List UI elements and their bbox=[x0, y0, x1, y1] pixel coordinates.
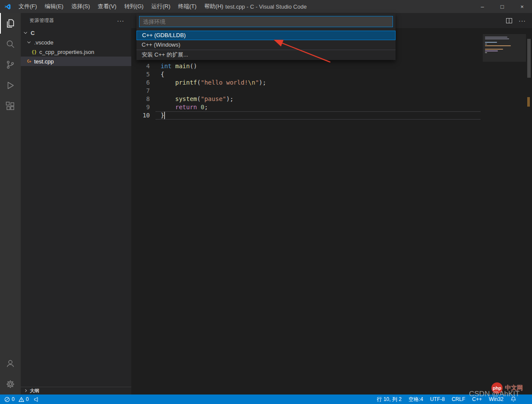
error-count: 0 bbox=[12, 396, 15, 402]
code-line[interactable]: 10} bbox=[131, 111, 483, 120]
quick-pick-item-gdb-lldb[interactable]: C++ (GDB/LLDB) bbox=[136, 31, 396, 40]
error-icon bbox=[4, 397, 10, 402]
window-title: test.cpp - C - Visual Studio Code bbox=[225, 3, 307, 10]
window-controls: – □ × bbox=[472, 0, 532, 13]
code-line[interactable]: 9 return 0; bbox=[131, 103, 483, 111]
sidebar-header: 资源管理器 ··· bbox=[21, 13, 131, 28]
tree-item-label: test.cpp bbox=[34, 58, 54, 65]
minimize-button[interactable]: – bbox=[472, 0, 492, 13]
status-extra-icon[interactable] bbox=[34, 397, 39, 402]
tree-item-label: c_cpp_properties.json bbox=[39, 49, 94, 55]
tree-item-c-cpp-properties[interactable]: {} c_cpp_properties.json bbox=[21, 47, 131, 57]
main-area: 资源管理器 ··· C .vscode {} c_cpp_properties.… bbox=[0, 13, 532, 395]
vscode-logo-icon bbox=[0, 3, 15, 10]
editor-more-actions-icon[interactable]: ··· bbox=[519, 17, 526, 24]
line-number[interactable]: 4 bbox=[131, 62, 150, 70]
split-editor-icon[interactable] bbox=[506, 17, 513, 24]
platform-config[interactable]: Win32 bbox=[489, 396, 504, 402]
tree-item-label: C bbox=[31, 30, 35, 36]
line-number[interactable]: 8 bbox=[131, 95, 150, 103]
scrollbar-thumb[interactable] bbox=[527, 39, 531, 78]
sidebar-more-actions-icon[interactable]: ··· bbox=[117, 17, 128, 24]
encoding[interactable]: UTF-8 bbox=[430, 396, 445, 402]
warning-count: 0 bbox=[26, 396, 29, 402]
search-icon[interactable] bbox=[0, 34, 21, 54]
editor-group: ··· 1 2 3 4int main() 5{ 6 printf("hello… bbox=[131, 13, 532, 395]
status-bar-right: 行 10, 列 2 空格:4 UTF-8 CRLF C++ Win32 bbox=[377, 396, 532, 403]
status-bar: 0 0 行 10, 列 2 空格:4 UTF-8 CRLF C++ Win32 bbox=[0, 395, 532, 404]
minimap-line bbox=[485, 44, 487, 44]
json-file-icon: {} bbox=[31, 50, 38, 54]
menu-file[interactable]: 文件(F) bbox=[15, 0, 41, 13]
minimap-line bbox=[485, 52, 487, 53]
editor-scrollbar[interactable] bbox=[526, 28, 532, 395]
settings-gear-icon[interactable] bbox=[0, 374, 21, 395]
menu-help[interactable]: 帮助(H) bbox=[200, 0, 227, 13]
eol-sequence[interactable]: CRLF bbox=[452, 396, 465, 402]
line-number[interactable]: 9 bbox=[131, 103, 150, 111]
quick-pick-item-install-extension[interactable]: 安装 C++ 的扩展... bbox=[136, 50, 396, 59]
line-number[interactable]: 7 bbox=[131, 87, 150, 95]
explorer-icon[interactable] bbox=[0, 13, 21, 34]
maximize-button[interactable]: □ bbox=[492, 0, 512, 13]
menu-terminal[interactable]: 终端(T) bbox=[174, 0, 200, 13]
minimap-line bbox=[485, 42, 497, 43]
environment-select-input[interactable] bbox=[139, 16, 393, 27]
minimap-line bbox=[485, 49, 503, 50]
menu-go[interactable]: 转到(G) bbox=[120, 0, 148, 13]
warning-icon bbox=[19, 397, 24, 402]
menu-run[interactable]: 运行(R) bbox=[147, 0, 174, 13]
explorer-sidebar: 资源管理器 ··· C .vscode {} c_cpp_properties.… bbox=[21, 13, 131, 395]
status-bar-left: 0 0 bbox=[0, 396, 39, 402]
line-number[interactable]: 10 bbox=[131, 111, 150, 120]
overview-ruler-mark bbox=[527, 97, 530, 107]
source-control-icon[interactable] bbox=[0, 54, 21, 75]
accounts-icon[interactable] bbox=[0, 353, 21, 374]
quick-pick-list: C++ (GDB/LLDB) C++ (Windows) 安装 C++ 的扩展.… bbox=[136, 30, 396, 60]
menu-bar: 文件(F) 编辑(E) 选择(S) 查看(V) 转到(G) 运行(R) 终端(T… bbox=[15, 0, 227, 13]
activity-bar bbox=[0, 13, 21, 395]
code-area[interactable]: 1 2 3 4int main() 5{ 6 printf("hello wor… bbox=[131, 28, 532, 395]
extensions-icon[interactable] bbox=[0, 96, 21, 117]
code-line[interactable]: 4int main() bbox=[131, 62, 483, 70]
tree-item-root-folder[interactable]: C bbox=[21, 28, 131, 38]
chevron-down-icon bbox=[25, 39, 32, 45]
language-mode[interactable]: C++ bbox=[472, 396, 482, 402]
cursor-position[interactable]: 行 10, 列 2 bbox=[377, 396, 402, 403]
code-line[interactable]: 8 system("pause"); bbox=[131, 95, 483, 103]
indentation[interactable]: 空格:4 bbox=[408, 396, 423, 403]
menu-selection[interactable]: 选择(S) bbox=[67, 0, 94, 13]
code-line[interactable]: 7 bbox=[131, 87, 483, 95]
line-number[interactable]: 5 bbox=[131, 70, 150, 79]
tree-item-test-cpp[interactable]: C+ test.cpp bbox=[21, 57, 131, 66]
code-line[interactable]: 5{ bbox=[131, 70, 483, 79]
menu-view[interactable]: 查看(V) bbox=[94, 0, 120, 13]
sidebar-title: 资源管理器 bbox=[29, 17, 54, 24]
cpp-file-icon: C+ bbox=[25, 59, 32, 63]
tree-item-label: .vscode bbox=[34, 39, 54, 46]
run-debug-icon[interactable] bbox=[0, 75, 21, 96]
chevron-down-icon bbox=[22, 30, 29, 36]
chevron-right-icon bbox=[23, 388, 28, 394]
outline-section-header[interactable]: 大纲 bbox=[21, 387, 131, 395]
outline-label: 大纲 bbox=[30, 388, 39, 394]
line-number[interactable]: 6 bbox=[131, 79, 150, 87]
text-cursor bbox=[164, 112, 165, 119]
title-bar: 文件(F) 编辑(E) 选择(S) 查看(V) 转到(G) 运行(R) 终端(T… bbox=[0, 0, 532, 13]
code-line[interactable]: 6 printf("hello world!\n"); bbox=[131, 79, 483, 87]
minimap-line bbox=[485, 50, 498, 51]
quick-pick-item-windows[interactable]: C++ (Windows) bbox=[136, 40, 396, 50]
minimap-line bbox=[485, 37, 507, 38]
menu-edit[interactable]: 编辑(E) bbox=[41, 0, 67, 13]
quick-pick-input-wrap bbox=[139, 16, 393, 27]
tree-item-vscode-folder[interactable]: .vscode bbox=[21, 38, 131, 47]
close-button[interactable]: × bbox=[512, 0, 532, 13]
minimap-line bbox=[485, 45, 511, 46]
problems-indicator[interactable]: 0 0 bbox=[4, 396, 28, 402]
minimap-line bbox=[485, 38, 509, 39]
notifications-bell-icon[interactable] bbox=[510, 396, 516, 402]
quick-pick-widget: C++ (GDB/LLDB) C++ (Windows) 安装 C++ 的扩展.… bbox=[136, 13, 396, 60]
minimap[interactable] bbox=[483, 28, 526, 395]
